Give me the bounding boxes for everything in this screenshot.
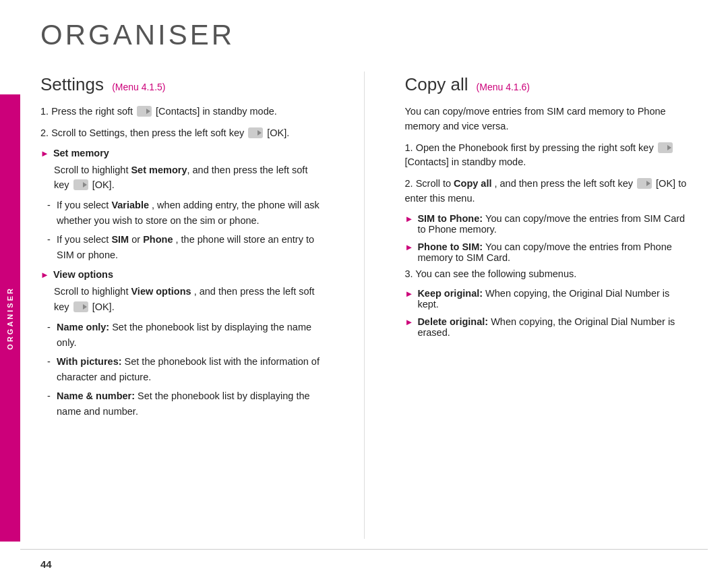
dash-variable: If you select Variable , when adding ent…	[47, 198, 324, 228]
sim-to-phone-heading: ► SIM to Phone: You can copy/move the en…	[405, 213, 688, 235]
title-bar: ORGANISER	[0, 0, 728, 58]
page-number: 44	[40, 558, 52, 570]
delete-original-title: Delete original: When copying, the Origi…	[417, 316, 688, 338]
set-memory-heading: ► Set memory	[40, 148, 324, 158]
delete-original-heading: ► Delete original: When copying, the Ori…	[405, 316, 688, 338]
phone-to-sim-heading: ► Phone to SIM: You can copy/move the en…	[405, 241, 688, 263]
sidebar-text: ORGANISER	[6, 287, 14, 350]
copy-all-title: Copy all	[405, 74, 468, 94]
sidebar-label: ORGANISER	[0, 94, 20, 542]
set-memory-body: Scroll to highlight Set memory, and then…	[54, 163, 324, 193]
sim-to-phone-title: SIM to Phone: You can copy/move the entr…	[417, 213, 688, 235]
column-divider	[364, 71, 365, 539]
dash-name-only: Name only: Set the phonebook list by dis…	[47, 320, 324, 350]
copy-all-intro: You can copy/move entries from SIM card …	[405, 105, 688, 134]
bullet-arrow-delete: ►	[405, 317, 414, 327]
keep-original-title: Keep original: When copying, the Origina…	[417, 288, 688, 310]
view-options-body: Scroll to highlight View options , and t…	[54, 284, 324, 314]
copy-step-1: 1. Open the Phonebook first by pressing …	[405, 141, 688, 171]
copy-all-heading: Copy all (Menu 4.1.6)	[405, 74, 688, 95]
keep-original-heading: ► Keep original: When copying, the Origi…	[405, 288, 688, 310]
bullet-arrow-sim-phone: ►	[405, 214, 414, 224]
soft-key-icon-6	[637, 178, 652, 189]
copy-step-3: 3. You can see the following submenus.	[405, 267, 688, 282]
dash-name-number: Name & number: Set the phonebook list by…	[47, 388, 324, 419]
settings-heading: Settings (Menu 4.1.5)	[40, 74, 324, 95]
sim-to-phone-section: ► SIM to Phone: You can copy/move the en…	[405, 213, 688, 235]
view-options-title: View options	[53, 269, 113, 280]
right-column: Copy all (Menu 4.1.6) You can copy/move …	[392, 71, 688, 539]
settings-menu: (Menu 4.1.5)	[112, 82, 165, 92]
bullet-arrow-phone-sim: ►	[405, 242, 414, 252]
set-memory-section: ► Set memory Scroll to highlight Set mem…	[40, 148, 324, 263]
copy-all-menu: (Menu 4.1.6)	[477, 82, 530, 92]
soft-key-icon-2	[248, 127, 263, 138]
page-title: ORGANISER	[40, 19, 688, 51]
copy-step-2: 2. Scroll to Copy all , and then press t…	[405, 177, 688, 206]
bullet-arrow-keep: ►	[405, 289, 414, 299]
view-options-heading: ► View options	[40, 269, 324, 280]
content-area: Settings (Menu 4.1.5) 1. Press the right…	[0, 58, 728, 566]
page-container: ORGANISER ORGANISER Settings (Menu 4.1.5…	[0, 0, 728, 582]
dash-sim-phone: If you select SIM or Phone , the phone w…	[47, 232, 324, 262]
soft-key-icon-5	[658, 142, 673, 153]
bullet-arrow-set-memory: ►	[40, 148, 49, 158]
delete-original-section: ► Delete original: When copying, the Ori…	[405, 316, 688, 338]
phone-to-sim-title: Phone to SIM: You can copy/move the entr…	[417, 241, 688, 263]
soft-key-icon-4	[73, 301, 88, 312]
settings-title: Settings	[40, 74, 104, 94]
soft-key-icon-1	[137, 106, 152, 117]
step-1: 1. Press the right soft [Contacts] in st…	[40, 105, 324, 119]
bullet-arrow-view-options: ►	[40, 270, 49, 280]
keep-original-section: ► Keep original: When copying, the Origi…	[405, 288, 688, 310]
set-memory-title: Set memory	[53, 148, 109, 158]
view-options-section: ► View options Scroll to highlight View …	[40, 269, 324, 419]
left-column: Settings (Menu 4.1.5) 1. Press the right…	[40, 71, 337, 539]
phone-to-sim-section: ► Phone to SIM: You can copy/move the en…	[405, 241, 688, 263]
footer-line	[20, 549, 708, 550]
step-2: 2. Scroll to Settings, then press the le…	[40, 126, 324, 141]
soft-key-icon-3	[73, 179, 88, 190]
dash-with-pictures: With pictures: Set the phonebook list wi…	[47, 354, 324, 384]
